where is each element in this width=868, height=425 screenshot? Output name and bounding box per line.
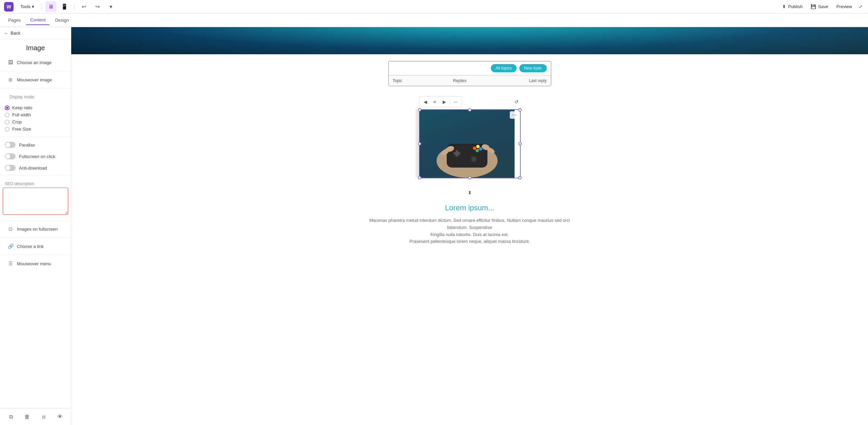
save-label: Save	[818, 4, 828, 9]
publish-button[interactable]: ⬆ Publish	[779, 3, 805, 11]
choose-link-label: Choose a link	[17, 244, 44, 249]
svg-rect-9	[456, 150, 458, 156]
controller-illustration	[420, 110, 515, 178]
menu-icon: ☰	[7, 260, 14, 267]
redo-button[interactable]: ↪	[92, 1, 103, 12]
handle-bottom-left[interactable]	[418, 176, 421, 179]
divider4	[0, 176, 71, 176]
selected-image-widget[interactable]: ···	[419, 109, 521, 178]
handle-top-left[interactable]	[418, 108, 421, 112]
anti-download-toggle[interactable]	[5, 165, 16, 171]
forum-col-last-reply: Last reply	[484, 76, 551, 86]
tab-pages[interactable]: Pages	[4, 16, 25, 25]
choose-link-button[interactable]: 🔗 Choose a link	[3, 240, 68, 253]
divider5	[0, 220, 71, 220]
device-mobile-button[interactable]: 📱	[59, 1, 70, 12]
expand-width-button[interactable]: ↔	[451, 98, 460, 106]
handle-bottom-mid[interactable]	[468, 176, 471, 179]
svg-point-12	[473, 147, 476, 150]
forum-col-topic: Topic	[389, 76, 436, 86]
radio-full-width-circle	[5, 113, 9, 117]
tab-content[interactable]: Content	[26, 15, 50, 25]
radio-keep-ratio-circle	[5, 105, 9, 110]
mouseover-image-label: Mouseover image	[17, 77, 52, 82]
seo-section: SEO description	[0, 178, 71, 218]
parallax-label: Parallax	[19, 142, 35, 148]
anti-download-label: Anti-download	[19, 166, 47, 171]
divider3	[0, 137, 71, 137]
panel-bottom-icons: ⧉ 🗑 ⧈ 👁	[0, 408, 71, 425]
lorem-body-3: Prasesent pellentesque lorem neque, aliq…	[409, 239, 530, 244]
device-desktop-button[interactable]: 🖥	[45, 1, 56, 12]
svg-point-11	[479, 147, 482, 151]
separator2	[74, 3, 74, 10]
mouseover-image-button[interactable]: ⊞ Mouseover image	[3, 73, 68, 86]
seo-textarea[interactable]	[3, 188, 68, 215]
forum-table: All topics New topic Topic Replies Last …	[388, 61, 551, 86]
handle-top-right[interactable]	[518, 108, 522, 112]
hero-banner	[71, 27, 868, 54]
new-topic-button[interactable]: New topic	[519, 64, 547, 72]
duplicate-button[interactable]: ⧉	[5, 411, 17, 423]
history-button[interactable]: ▾	[105, 1, 116, 12]
divider1	[0, 71, 71, 71]
logo: W	[4, 2, 14, 12]
radio-keep-ratio[interactable]: Keep ratio	[5, 104, 66, 111]
handle-mid-right[interactable]	[518, 142, 522, 146]
layers-icon: ⧈	[42, 414, 45, 420]
eye-icon: 👁	[57, 414, 63, 420]
divider6	[0, 237, 71, 238]
preview-button[interactable]: Preview	[834, 3, 855, 11]
image-widget-container: ◀ ≡ ▶ ↔ ↺	[419, 96, 521, 187]
undo-button[interactable]: ↩	[78, 1, 89, 12]
radio-keep-ratio-label: Keep ratio	[12, 105, 32, 110]
all-topics-button[interactable]: All topics	[491, 64, 517, 72]
rotate-button[interactable]: ↺	[513, 98, 521, 106]
handle-top-mid[interactable]	[468, 108, 471, 112]
resize-bottom-button[interactable]: ⬍	[419, 189, 521, 196]
left-panel: ← Back Image 🖼 Choose an image ⊞ Mouseov…	[0, 27, 71, 425]
tools-button[interactable]: Tools ▾	[18, 3, 37, 11]
back-button[interactable]: ← Back	[0, 27, 71, 39]
publish-icon: ⬆	[782, 4, 786, 9]
choose-image-button[interactable]: 🖼 Choose an image	[3, 56, 68, 69]
expand-button[interactable]: ⤢	[857, 3, 864, 11]
delete-button[interactable]: 🗑	[21, 411, 33, 423]
align-right-button[interactable]: ▶	[440, 98, 448, 106]
more-options-button[interactable]: ···	[510, 111, 518, 119]
panel-scroll: ← Back Image 🖼 Choose an image ⊞ Mouseov…	[0, 27, 71, 425]
mouseover-icon: ⊞	[7, 77, 14, 83]
image-widget-area: ◀ ≡ ▶ ↔ ↺	[71, 93, 868, 193]
handle-bottom-right[interactable]	[518, 176, 522, 179]
divider2	[0, 88, 71, 89]
visibility-button[interactable]: 👁	[54, 411, 66, 423]
topbar-right: ⬆ Publish 💾 Save Preview ⤢	[779, 3, 864, 11]
parallax-toggle[interactable]	[5, 142, 16, 148]
layers-button[interactable]: ⧈	[38, 411, 50, 423]
radio-full-width-label: Full width	[12, 112, 31, 117]
svg-point-7	[472, 157, 476, 161]
images-fullscreen-button[interactable]: ⊡ Images on fullscreen	[3, 223, 68, 235]
radio-crop[interactable]: Crop	[5, 118, 66, 125]
forum-columns: Topic Replies Last reply	[389, 75, 551, 86]
link-icon: 🔗	[7, 243, 14, 249]
anti-download-toggle-row: Anti-download	[0, 162, 71, 174]
fullscreen-icon: ⊡	[7, 226, 14, 232]
radio-free-size[interactable]: Free Size	[5, 125, 66, 133]
radio-full-width[interactable]: Full width	[5, 111, 66, 118]
align-left-button[interactable]: ◀	[421, 98, 429, 106]
save-button[interactable]: 💾 Save	[808, 3, 831, 11]
lorem-body: Macenas pharetra metud interdum dictum. …	[365, 217, 575, 245]
publish-label: Publish	[788, 4, 803, 9]
lorem-title: Lorem ipsum...	[365, 204, 575, 212]
handle-mid-left[interactable]	[418, 142, 421, 146]
fullscreen-toggle[interactable]	[5, 153, 16, 159]
tab-design[interactable]: Design	[51, 16, 73, 25]
lorem-body-2: fringilla nulla lobortis. Duis at lacini…	[430, 232, 509, 237]
fullscreen-label: Fullscreen on click	[19, 154, 55, 159]
parallax-toggle-row: Parallax	[0, 139, 71, 151]
mouseover-menu-button[interactable]: ☰ Mouseover menu	[3, 257, 68, 270]
main-layout: ← Back Image 🖼 Choose an image ⊞ Mouseov…	[0, 27, 868, 425]
align-center-button[interactable]: ≡	[431, 98, 439, 106]
divider7	[0, 255, 71, 255]
